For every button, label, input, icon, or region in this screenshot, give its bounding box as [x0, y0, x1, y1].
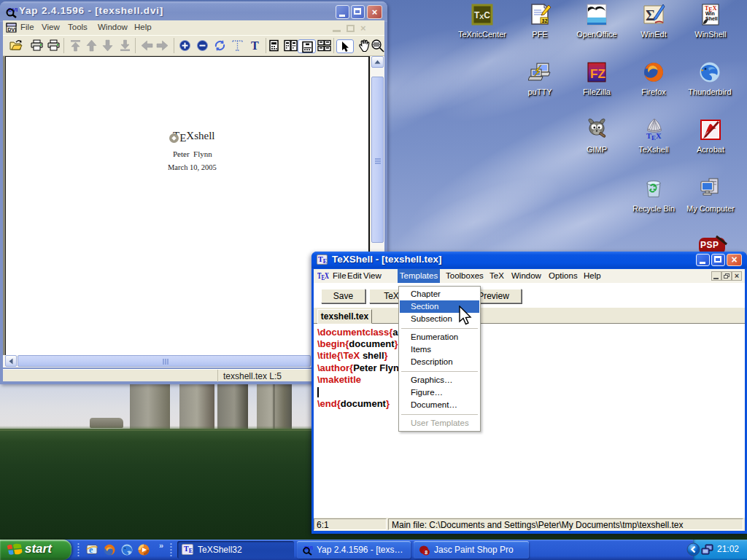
svg-text:FZ: FZ [590, 67, 605, 81]
svg-text:TEX: TEX [317, 271, 329, 281]
svg-text:8: 8 [425, 550, 427, 555]
svg-text:32: 32 [542, 18, 548, 23]
svg-text:TEX: TEX [646, 132, 662, 141]
svg-text:Win: Win [705, 11, 715, 16]
svg-text:T: T [251, 39, 259, 52]
svg-text:Σ: Σ [646, 7, 655, 23]
svg-text:DVI: DVI [8, 27, 17, 32]
